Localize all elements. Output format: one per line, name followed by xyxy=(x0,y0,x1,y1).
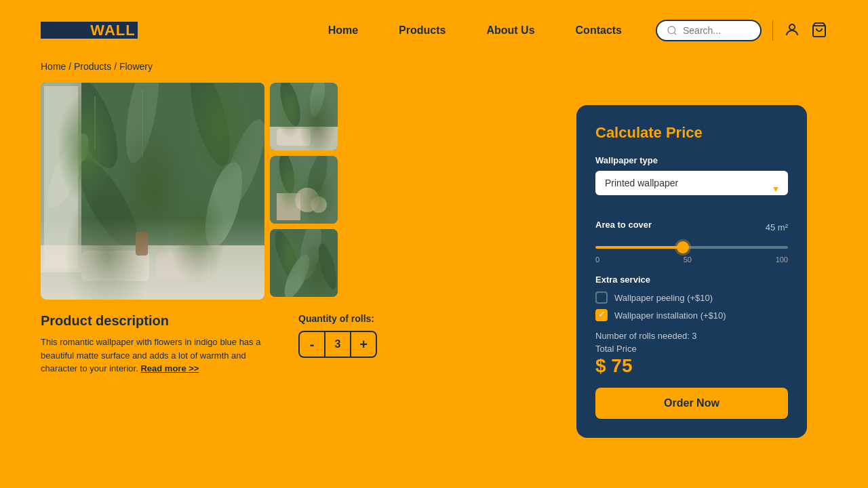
calculate-price-panel: Calculate Price Wallpaper type Printed w… xyxy=(576,105,807,438)
calc-panel-title: Calculate Price xyxy=(595,124,788,142)
user-icon xyxy=(784,22,800,38)
product-description-text: This romantic wallpaper with flowers in … xyxy=(41,336,271,375)
product-gallery: Product description This romantic wallpa… xyxy=(41,83,377,375)
installation-checkbox[interactable] xyxy=(595,309,608,321)
thumb-image-1 xyxy=(270,83,338,150)
svg-point-6 xyxy=(119,83,165,165)
read-more-link[interactable]: Read more >> xyxy=(140,363,199,373)
quantity-label: Quantity of rolls: xyxy=(298,313,374,324)
search-icon xyxy=(667,25,677,36)
product-description-title: Product description xyxy=(41,313,271,329)
thumb-image-3 xyxy=(270,229,338,297)
svg-rect-24 xyxy=(270,127,338,150)
svg-rect-20 xyxy=(136,232,148,256)
header-right xyxy=(656,20,827,41)
order-now-button[interactable]: Order Now xyxy=(595,388,788,419)
thumb-1[interactable] xyxy=(270,83,338,150)
wallpaper-type-select[interactable]: Printed wallpaper Vinyl wallpaper Fabric… xyxy=(595,171,788,195)
svg-rect-19 xyxy=(156,252,210,279)
thumb-2[interactable] xyxy=(270,156,338,224)
user-button[interactable] xyxy=(784,22,800,40)
search-box[interactable] xyxy=(656,20,762,41)
installation-label: Wallpaper installation (+$10) xyxy=(614,310,726,321)
area-slider[interactable] xyxy=(595,246,788,249)
gallery-main-image[interactable] xyxy=(41,83,264,300)
area-label: Area to cover xyxy=(595,220,652,230)
gallery-thumbs xyxy=(270,83,338,300)
quantity-increase-button[interactable]: + xyxy=(351,332,376,357)
breadcrumb: Home / Products / Flowery xyxy=(0,61,868,72)
svg-point-35 xyxy=(296,229,325,281)
svg-rect-25 xyxy=(277,129,311,146)
extra-service-label: Extra service xyxy=(595,274,788,285)
product-description: Product description This romantic wallpa… xyxy=(41,313,271,375)
area-header: Area to cover 45 m² xyxy=(595,220,788,235)
svg-rect-33 xyxy=(270,229,338,297)
svg-point-2 xyxy=(789,24,795,30)
svg-point-32 xyxy=(311,197,327,213)
svg-point-31 xyxy=(295,188,319,212)
svg-rect-17 xyxy=(41,245,264,300)
main-image xyxy=(41,83,264,300)
slider-labels: 0 50 100 xyxy=(595,256,788,264)
svg-point-11 xyxy=(68,152,149,258)
svg-point-7 xyxy=(182,83,237,169)
wallpaper-type-label: Wallpaper type xyxy=(595,155,788,165)
svg-point-10 xyxy=(215,115,264,213)
cart-button[interactable] xyxy=(811,22,827,40)
svg-point-29 xyxy=(303,156,331,201)
quantity-controls: - 3 + xyxy=(298,331,377,358)
peeling-checkbox[interactable] xyxy=(595,291,608,304)
thumb-image-2 xyxy=(270,156,338,224)
main-image-svg xyxy=(41,83,264,300)
thumb-3[interactable] xyxy=(270,229,338,297)
svg-point-0 xyxy=(668,26,675,34)
svg-point-34 xyxy=(270,229,304,285)
quantity-decrease-button[interactable]: - xyxy=(300,332,324,357)
slider-mid-label: 50 xyxy=(684,256,692,264)
rolls-needed: Number of rolls needed: 3 xyxy=(595,331,788,341)
total-label: Total Price xyxy=(595,344,788,354)
svg-point-28 xyxy=(277,156,297,194)
area-value: 45 m² xyxy=(766,222,788,232)
svg-point-8 xyxy=(41,129,96,213)
svg-rect-4 xyxy=(41,83,264,300)
product-desc-area: Product description This romantic wallpa… xyxy=(41,313,377,375)
svg-rect-18 xyxy=(81,251,149,281)
svg-rect-15 xyxy=(41,83,81,272)
svg-point-37 xyxy=(279,251,314,297)
svg-point-9 xyxy=(155,92,198,209)
service-installation: Wallpaper installation (+$10) xyxy=(595,309,788,321)
nav-contacts[interactable]: Contacts xyxy=(576,24,622,37)
svg-point-22 xyxy=(276,83,304,128)
svg-point-36 xyxy=(315,242,338,291)
nav-about[interactable]: About Us xyxy=(486,24,534,37)
logo: WALLWALL xyxy=(41,22,138,39)
quantity-section: Quantity of rolls: - 3 + xyxy=(298,313,377,358)
svg-rect-30 xyxy=(277,193,300,220)
nav-products[interactable]: Products xyxy=(399,24,446,37)
total-price: $ 75 xyxy=(595,355,788,377)
svg-rect-26 xyxy=(314,130,333,144)
svg-point-5 xyxy=(63,83,127,174)
slider-min-label: 0 xyxy=(595,256,599,264)
search-input[interactable] xyxy=(683,25,751,36)
service-peeling: Wallpaper peeling (+$10) xyxy=(595,291,788,304)
divider xyxy=(772,20,773,41)
svg-point-12 xyxy=(198,159,250,251)
svg-point-23 xyxy=(307,83,328,117)
svg-rect-21 xyxy=(270,83,338,150)
quantity-value: 3 xyxy=(324,332,351,357)
gallery xyxy=(41,83,339,300)
product-section: Product description This romantic wallpa… xyxy=(41,313,377,375)
main-nav: Home Products About Us Contacts xyxy=(328,24,622,37)
slider-max-label: 100 xyxy=(776,256,788,264)
svg-rect-27 xyxy=(270,156,338,224)
svg-rect-16 xyxy=(44,86,78,269)
nav-home[interactable]: Home xyxy=(328,24,358,37)
cart-icon xyxy=(811,22,827,38)
svg-line-1 xyxy=(674,33,676,35)
peeling-label: Wallpaper peeling (+$10) xyxy=(614,293,713,303)
wallpaper-type-wrapper: Printed wallpaper Vinyl wallpaper Fabric… xyxy=(595,171,788,207)
area-slider-container xyxy=(595,239,788,251)
